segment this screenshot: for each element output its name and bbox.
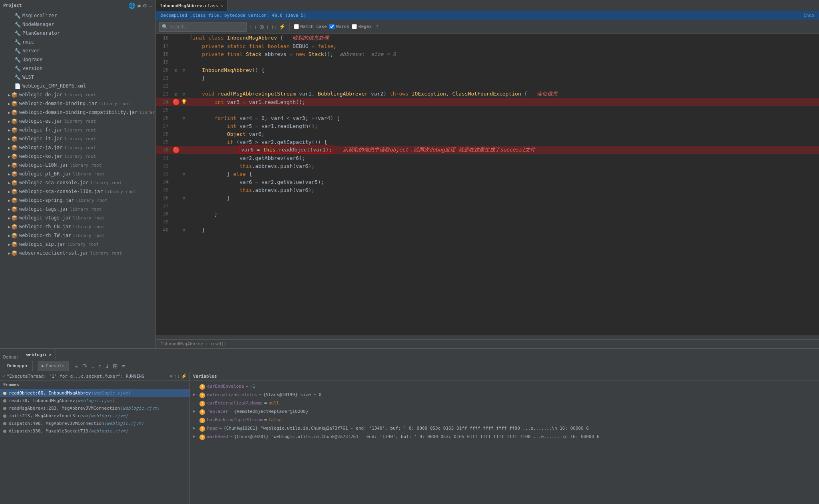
expand-arrow: ▶ bbox=[8, 119, 10, 124]
filter-button[interactable]: ⚡ bbox=[181, 373, 187, 379]
words-option[interactable]: Words bbox=[329, 24, 349, 29]
breakpoint-24[interactable]: 🔴 bbox=[172, 99, 180, 105]
tab-weblogic[interactable]: weblogic × bbox=[22, 349, 56, 360]
sidebar-item-weblogicZhCn[interactable]: ▶ 📦 weblogic-zh_CN.jar library root bbox=[0, 222, 155, 231]
words-checkbox[interactable] bbox=[329, 24, 335, 29]
jar-icon: 📦 bbox=[11, 153, 18, 159]
tab-close-icon[interactable]: × bbox=[221, 4, 223, 8]
var-expand[interactable]: ▶ bbox=[193, 434, 198, 438]
regex-checkbox[interactable] bbox=[352, 24, 357, 29]
var-expand[interactable]: ▶ bbox=[193, 426, 198, 430]
gear-icon[interactable]: ⚙ bbox=[143, 2, 146, 9]
search-replace-all-button[interactable]: ↕↕ bbox=[271, 24, 277, 30]
sidebar-item-weblogicIt[interactable]: ▶ 📦 weblogic-it.jar library root bbox=[0, 134, 155, 143]
choose-button[interactable]: Choo bbox=[804, 13, 815, 18]
match-case-checkbox[interactable] bbox=[294, 24, 299, 29]
expand-arrow: ▶ bbox=[8, 110, 10, 115]
sidebar-item-weblogicScaI10n[interactable]: ▶ 📦 weblogic-sca-console-l10n.jar librar… bbox=[0, 187, 155, 196]
search-replace-button[interactable]: ↕ bbox=[266, 24, 269, 30]
code-editor[interactable]: 16 final class InboundMsgAbbrev { 收到的信息处… bbox=[156, 34, 819, 335]
sidebar-item-weblogicPtBr[interactable]: ▶ 📦 weblogic-pt_BR.jar library root bbox=[0, 169, 155, 178]
show-execution-point-button[interactable]: ≡ bbox=[74, 362, 80, 370]
sidebar-item-weblogicSca[interactable]: ▶ 📦 weblogic-sca-console.jar library roo… bbox=[0, 178, 155, 187]
frame-item-5[interactable]: dispatch:330, MuxableSocketT13 (weblogic… bbox=[0, 427, 189, 435]
decompiled-text: Decompiled .class file, bytecode version… bbox=[161, 13, 306, 18]
frame-item-3[interactable]: init:213, MsgAbbrevInputStream (weblogic… bbox=[0, 412, 189, 420]
sidebar-item-msgLocalizer[interactable]: 🔧 MsgLocalizer bbox=[0, 11, 155, 20]
line-number: 35 bbox=[156, 187, 172, 193]
evaluate-button[interactable]: ⊞ bbox=[112, 362, 119, 371]
match-case-option[interactable]: Match Case bbox=[294, 24, 327, 29]
sidebar-item-weblogicTags[interactable]: ▶ 📦 weblogic-tags.jar library root bbox=[0, 205, 155, 213]
sidebar-item-wlst[interactable]: 🔧 WLST bbox=[0, 73, 155, 82]
globe-icon[interactable]: 🌐 bbox=[128, 2, 135, 9]
sidebar-item-weblogicSip[interactable]: ▶ 📦 weblogic_sip.jar library root bbox=[0, 240, 155, 249]
step-out-button[interactable]: ↑ bbox=[97, 362, 103, 370]
sidebar-item-weblogicCmp[interactable]: 📄 WebLogic_CMP_RDBMS.xml bbox=[0, 82, 155, 90]
tab-inboundMsgAbbrev[interactable]: InboundMsgAbbrev.class × bbox=[156, 0, 227, 11]
search-match-button[interactable]: ◎ bbox=[259, 24, 264, 30]
regex-label: Regex bbox=[359, 24, 372, 29]
sidebar-item-weblogicZhTw[interactable]: ▶ 📦 weblogic-zh_TW.jar library root bbox=[0, 231, 155, 240]
code-line-19: 19 bbox=[156, 58, 819, 66]
search-filter-button[interactable]: ⚡ bbox=[279, 24, 285, 30]
sync-icon[interactable]: ⇄ bbox=[137, 2, 141, 9]
line-number: 25 bbox=[156, 107, 172, 113]
var-type-icon: f bbox=[199, 418, 205, 423]
frame-loc: (weblogic.rjvm) bbox=[104, 421, 143, 426]
sidebar-item-weblogicDe[interactable]: ▶ 📦 weblogic-de.jar library root bbox=[0, 90, 155, 99]
line-number: 27 bbox=[156, 123, 172, 129]
search-up-button[interactable]: ↑ bbox=[249, 24, 252, 30]
regex-option[interactable]: Regex bbox=[352, 24, 372, 29]
frames-panel: ✓ "ExecuteThread: '1' for q...c.socket.M… bbox=[0, 372, 190, 504]
search-down-button[interactable]: ↓ bbox=[255, 24, 257, 30]
frame-name: init:213, MsgAbbrevInputStream bbox=[9, 413, 88, 418]
var-expand[interactable]: ▶ bbox=[193, 392, 198, 396]
minimize-icon[interactable]: — bbox=[149, 2, 152, 9]
expand-arrow: ▶ bbox=[8, 137, 10, 141]
trace-over-button[interactable]: ≈ bbox=[121, 362, 126, 370]
sidebar-item-label: weblogic-tags.jar bbox=[19, 206, 68, 212]
frame-item-4[interactable]: dispatch:498, MsgAbbrevJVMConnection (we… bbox=[0, 420, 189, 427]
tab-console[interactable]: ▶ Console bbox=[38, 361, 69, 371]
sidebar-item-nodeManager[interactable]: 🔧 NodeManager bbox=[0, 20, 155, 29]
code-content-31: var2.getAbbrev(var6); bbox=[188, 155, 819, 161]
sidebar-item-weblogicJa[interactable]: ▶ 📦 weblogic-ja.jar library root bbox=[0, 143, 155, 152]
tab-weblogic-close[interactable]: × bbox=[49, 353, 52, 357]
breakpoint-30[interactable]: 🔴 bbox=[172, 147, 180, 153]
search-input[interactable] bbox=[169, 24, 244, 30]
debug-label: Debug: bbox=[0, 355, 22, 360]
sidebar-item-weblogicFr[interactable]: ▶ 📦 weblogic-fr.jar library root bbox=[0, 126, 155, 134]
sidebar-item-upgrade[interactable]: 🔧 Upgrade bbox=[0, 55, 155, 64]
run-to-cursor-button[interactable]: ⤵ bbox=[104, 362, 110, 370]
sidebar-item-weblogicL10n[interactable]: ▶ 📦 weblogic-L10N.jar library root bbox=[0, 161, 155, 169]
sidebar-item-server[interactable]: 🔧 Server bbox=[0, 46, 155, 55]
sidebar-item-rmic[interactable]: 🔧 rmic bbox=[0, 38, 155, 46]
thread-down-button[interactable]: ↓ bbox=[177, 373, 179, 379]
step-over-button[interactable]: ↷ bbox=[81, 362, 89, 371]
help-icon[interactable]: ? bbox=[376, 24, 379, 29]
var-expand[interactable]: ▶ bbox=[193, 409, 198, 413]
sidebar-item-weblogicDomain[interactable]: ▶ 📦 weblogic-domain-binding.jar library … bbox=[0, 99, 155, 108]
sidebar-item-extra: library root bbox=[99, 101, 130, 106]
sidebar-item-webserviceClient[interactable]: ▶ 📦 webserviceclient+ssl.jar library roo… bbox=[0, 249, 155, 257]
line-number: 16 bbox=[156, 35, 172, 41]
sidebar-item-weblogicVtags[interactable]: ▶ 📦 weblogic-vtags.jar library root bbox=[0, 213, 155, 222]
step-into-button[interactable]: ↓ bbox=[90, 362, 96, 370]
thread-dropdown-icon[interactable]: ▼ bbox=[170, 374, 172, 378]
sidebar-item-weblogicDomainCompat[interactable]: ▶ 📦 weblogic-domain-binding-compatibilit… bbox=[0, 108, 155, 117]
sidebar-item-weblogicSpring[interactable]: ▶ 📦 weblogic-spring.jar library root bbox=[0, 196, 155, 205]
line-number: 23 bbox=[156, 91, 172, 97]
horizontal-scrollbar[interactable] bbox=[156, 335, 819, 339]
frame-item-1[interactable]: read:38, InboundMsgAbbrev (weblogic.rjvm… bbox=[0, 397, 189, 404]
tab-debugger[interactable]: Debugger bbox=[3, 361, 33, 371]
thread-up-button[interactable]: ↑ bbox=[174, 373, 176, 379]
sidebar-item-planGenerator[interactable]: 🔧 PlanGenerator bbox=[0, 29, 155, 38]
sidebar-item-weblogicKo[interactable]: ▶ 📦 weblogic-ko.jar library root bbox=[0, 152, 155, 161]
diamond-33: ◇ bbox=[180, 171, 188, 177]
frame-item-2[interactable]: readMsgAbbrevs:283, MsgAbbrevJVMConnecti… bbox=[0, 404, 189, 412]
frame-item-0[interactable]: readObject:66, InboundMsgAbbrev (weblogi… bbox=[0, 389, 189, 397]
sidebar-item-version[interactable]: 🔧 version bbox=[0, 64, 155, 73]
sidebar-item-extra: library root bbox=[73, 233, 104, 238]
sidebar-item-weblogicEs[interactable]: ▶ 📦 weblogic-es.jar library root bbox=[0, 117, 155, 126]
